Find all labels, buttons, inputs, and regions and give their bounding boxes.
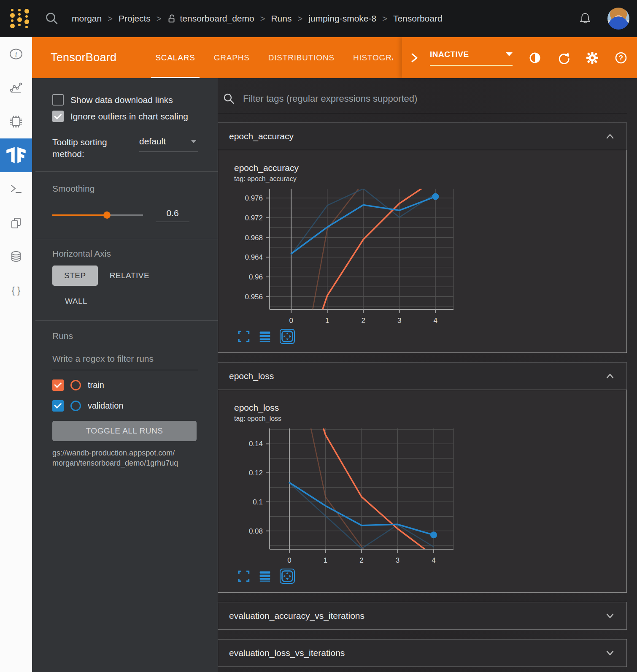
data-table-icon[interactable]	[259, 570, 271, 583]
svg-text:2: 2	[362, 317, 365, 325]
wandb-left-rail: i { }	[0, 37, 32, 672]
run-train-checkbox[interactable]	[52, 379, 64, 391]
axis-step-button[interactable]: STEP	[52, 266, 98, 286]
show-download-links-label: Show data download links	[70, 95, 173, 105]
show-download-links-checkbox[interactable]	[52, 94, 64, 106]
svg-text:2: 2	[359, 556, 363, 564]
breadcrumb-separator: >	[382, 14, 387, 24]
run-validation-color-swatch	[70, 401, 81, 411]
fullscreen-icon[interactable]	[238, 570, 250, 583]
breadcrumb-separator: >	[260, 14, 265, 24]
breadcrumb-run[interactable]: jumping-smoke-8	[308, 14, 376, 24]
data-table-icon[interactable]	[259, 330, 271, 343]
chevron-up-icon[interactable]	[605, 132, 615, 141]
svg-text:?: ?	[619, 54, 623, 62]
svg-text:0.956: 0.956	[245, 293, 263, 301]
svg-text:{ }: { }	[12, 285, 21, 295]
contrast-icon[interactable]	[528, 51, 542, 65]
axis-wall-button[interactable]: WALL	[65, 297, 214, 306]
lock-open-icon	[167, 14, 176, 24]
run-status-dropdown[interactable]: INACTIVE	[430, 50, 513, 66]
runs-storage-path: gs://wandb-production.appspot.com/ morga…	[52, 448, 214, 469]
user-avatar[interactable]	[607, 8, 629, 30]
smoothing-slider-fill	[52, 214, 107, 216]
chevron-down-icon	[506, 52, 513, 56]
run-row-train: train	[52, 379, 214, 391]
svg-text:4: 4	[432, 556, 435, 564]
breadcrumb-project[interactable]: tensorboard_demo	[167, 14, 254, 24]
refresh-icon[interactable]	[556, 51, 571, 65]
run-train-color-swatch	[70, 380, 81, 390]
tab-distributions[interactable]: DISTRIBUTIONS	[259, 37, 344, 78]
tensorboard-header-right: INACTIVE ?	[402, 37, 637, 78]
sidebar-item-artifacts[interactable]	[0, 240, 32, 274]
scalars-settings-panel: Show data download links Ignore outliers…	[32, 78, 218, 672]
svg-text:0.964: 0.964	[245, 253, 263, 261]
svg-text:0.12: 0.12	[249, 469, 263, 477]
tooltip-sorting-label: Tooltip sorting method:	[52, 136, 139, 160]
fit-to-data-icon[interactable]	[280, 569, 295, 584]
sidebar-item-charts[interactable]	[0, 71, 32, 105]
breadcrumb-entity[interactable]: morgan	[72, 14, 102, 24]
svg-text:0.96: 0.96	[249, 273, 263, 281]
tensorflow-icon	[5, 144, 27, 166]
tab-graphs[interactable]: GRAPHS	[205, 37, 259, 78]
runs-regex-input[interactable]: Write a regex to filter runs	[52, 354, 198, 370]
breadcrumb-projects[interactable]: Projects	[119, 14, 151, 24]
breadcrumb-separator: >	[157, 14, 162, 24]
epoch-accuracy-plot[interactable]: 0.9560.960.9640.9680.9720.97601234	[219, 184, 626, 328]
ignore-outliers-checkbox[interactable]	[52, 111, 64, 122]
svg-text:3: 3	[397, 317, 401, 325]
smoothing-slider[interactable]	[52, 211, 143, 218]
section-header-evaluation-loss[interactable]: evaluation_loss_vs_iterations	[218, 639, 627, 667]
run-row-validation: validation	[52, 400, 214, 412]
search-icon[interactable]	[45, 11, 59, 26]
chart-title: epoch_loss	[234, 403, 626, 413]
chevron-up-icon[interactable]	[605, 371, 615, 381]
tab-histograms[interactable]: HISTOGRAMS	[344, 37, 393, 78]
fullscreen-icon[interactable]	[238, 330, 250, 343]
chevron-down-icon	[191, 140, 197, 143]
sidebar-item-system[interactable]	[0, 105, 32, 138]
svg-text:4: 4	[434, 317, 437, 325]
sidebar-item-files[interactable]	[0, 206, 32, 240]
sidebar-item-terminal[interactable]	[0, 172, 32, 206]
tensorboard-header: TensorBoard SCALARS GRAPHS DISTRIBUTIONS…	[32, 37, 637, 78]
line-chart-icon	[9, 81, 23, 95]
section-header-epoch-accuracy[interactable]: epoch_accuracy	[218, 122, 627, 150]
breadcrumb-separator: >	[297, 14, 302, 24]
gear-icon[interactable]	[585, 51, 599, 65]
sidebar-item-code[interactable]: { }	[0, 274, 32, 307]
chart-card-epoch-loss: epoch_loss tag: epoch_loss 0.080.10.120.…	[218, 390, 627, 593]
chevron-down-icon[interactable]	[605, 648, 615, 658]
run-train-label: train	[88, 380, 104, 390]
help-icon[interactable]: ?	[614, 51, 628, 65]
sidebar-item-tensorboard[interactable]	[0, 138, 32, 172]
smoothing-value[interactable]: 0.6	[156, 208, 189, 222]
svg-text:0: 0	[287, 556, 291, 564]
toggle-all-runs-button[interactable]: TOGGLE ALL RUNS	[52, 421, 197, 441]
tab-scalars[interactable]: SCALARS	[146, 37, 204, 78]
notifications-bell-icon[interactable]	[578, 11, 592, 26]
svg-text:0.976: 0.976	[245, 194, 263, 202]
chevron-down-icon[interactable]	[605, 611, 615, 621]
svg-text:0.08: 0.08	[249, 527, 263, 535]
filter-tags-input[interactable]: Filter tags (regular expressions support…	[218, 87, 627, 113]
svg-text:0: 0	[289, 317, 293, 325]
fit-to-data-icon[interactable]	[280, 329, 295, 344]
epoch-loss-plot[interactable]: 0.080.10.120.1401234	[219, 424, 626, 568]
sidebar-item-info[interactable]: i	[0, 37, 32, 71]
terminal-icon	[9, 182, 23, 196]
ignore-outliers-label: Ignore outliers in chart scaling	[70, 111, 188, 122]
breadcrumb-runs[interactable]: Runs	[271, 14, 292, 24]
section-header-evaluation-accuracy[interactable]: evaluation_accuracy_vs_iterations	[218, 602, 627, 630]
svg-text:0.1: 0.1	[253, 498, 263, 506]
tooltip-sorting-dropdown[interactable]: default	[139, 136, 198, 152]
section-header-epoch-loss[interactable]: epoch_loss	[218, 362, 627, 390]
chevron-right-icon[interactable]	[409, 51, 420, 65]
runs-label: Runs	[52, 331, 214, 341]
wandb-logo-icon[interactable]	[6, 9, 33, 28]
run-validation-checkbox[interactable]	[52, 400, 64, 412]
axis-relative-button[interactable]: RELATIVE	[110, 271, 149, 280]
breadcrumb-tensorboard[interactable]: Tensorboard	[393, 14, 443, 24]
